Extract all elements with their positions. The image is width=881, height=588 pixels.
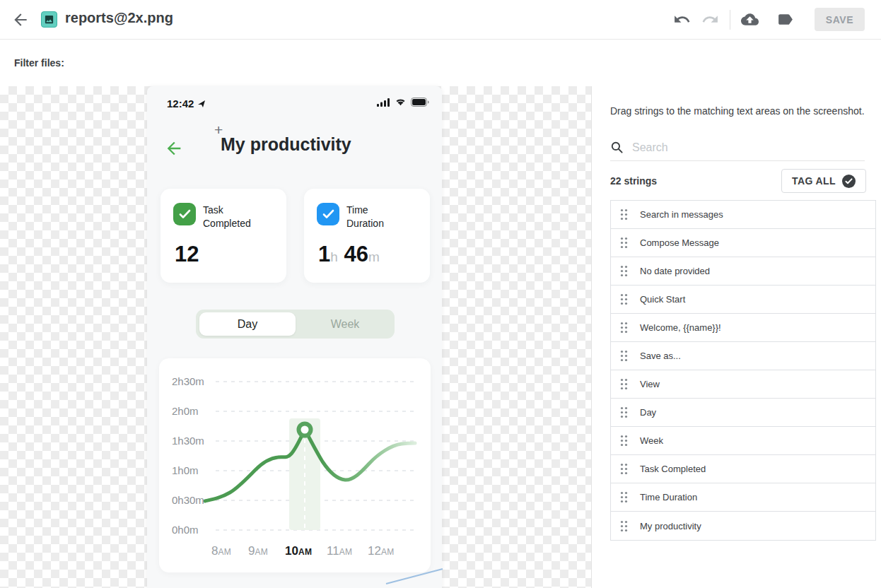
- string-row[interactable]: No date provided: [611, 257, 875, 286]
- y-tick: 1h0m: [172, 464, 214, 476]
- time-duration-value: 1h 46m: [318, 242, 380, 267]
- search-icon: [610, 141, 624, 154]
- string-text: Welcome, {{name}}!: [640, 322, 721, 333]
- search-field[interactable]: [610, 134, 865, 161]
- app-header: reports@2x.png SAVE: [0, 0, 881, 40]
- y-tick: 1h30m: [172, 435, 214, 447]
- phone-screenshot[interactable]: 12:42 + My productivity Task Completed 1…: [147, 86, 442, 588]
- drag-handle-icon[interactable]: [620, 406, 628, 418]
- check-icon: [173, 203, 196, 225]
- string-row[interactable]: Time Duration: [611, 483, 875, 512]
- drag-handle-icon[interactable]: [620, 520, 628, 532]
- drag-handle-icon[interactable]: [620, 208, 628, 220]
- drag-handle-icon[interactable]: [620, 350, 628, 362]
- back-icon[interactable]: [11, 11, 30, 29]
- x-tick-9am[interactable]: 9AM: [248, 544, 268, 558]
- strings-panel: Drag strings to the matching text areas …: [591, 86, 881, 588]
- save-button[interactable]: SAVE: [815, 8, 865, 31]
- y-tick: 0h0m: [172, 524, 214, 536]
- phone-screen-title: My productivity: [221, 134, 351, 155]
- undo-icon[interactable]: [673, 11, 691, 28]
- string-row[interactable]: Save as...: [611, 342, 875, 370]
- day-week-toggle: Day Week: [196, 310, 395, 339]
- string-row[interactable]: Welcome, {{name}}!: [611, 314, 875, 342]
- string-row[interactable]: Quick Start: [611, 286, 875, 314]
- tag-icon[interactable]: [776, 11, 794, 28]
- y-tick: 2h30m: [172, 375, 214, 387]
- string-row[interactable]: Day: [611, 399, 875, 427]
- search-input[interactable]: [632, 141, 865, 154]
- string-text: No date provided: [640, 266, 710, 276]
- string-text: Task Completed: [640, 464, 706, 474]
- task-completed-card: Task Completed 12: [161, 189, 286, 283]
- string-row[interactable]: Search in messages: [611, 201, 875, 229]
- filter-bar: Filter files: impact.xml STRINGS 0 CLEAR: [0, 40, 881, 86]
- peak-marker: [299, 424, 311, 436]
- x-tick-8am[interactable]: 8AM: [211, 544, 231, 558]
- x-tick-11am[interactable]: 11AM: [327, 544, 352, 558]
- battery-icon: [411, 98, 429, 107]
- time-duration-label: Time Duration: [346, 204, 384, 230]
- drag-handle-icon[interactable]: [620, 237, 628, 249]
- cloud-upload-icon[interactable]: [741, 11, 759, 28]
- string-text: Week: [640, 435, 663, 446]
- workspace: 12:42 + My productivity Task Completed 1…: [0, 86, 881, 588]
- string-row[interactable]: View: [611, 370, 875, 399]
- filter-files-label: Filter files:: [14, 57, 64, 69]
- strings-count-label: 22 strings: [610, 175, 657, 187]
- toggle-day[interactable]: Day: [199, 312, 296, 336]
- string-text: Day: [640, 407, 656, 418]
- phone-back-arrow-icon[interactable]: [164, 139, 184, 158]
- string-text: My productivity: [640, 521, 701, 531]
- drag-handle-icon[interactable]: [620, 491, 628, 503]
- drag-handle-icon[interactable]: [620, 435, 628, 447]
- y-tick: 2h0m: [172, 405, 214, 417]
- status-time: 12:42: [167, 98, 194, 110]
- task-completed-label: Task Completed: [203, 204, 251, 230]
- panel-instruction: Drag strings to the matching text areas …: [610, 105, 868, 117]
- string-text: View: [640, 379, 660, 389]
- page-title: reports@2x.png: [65, 10, 173, 26]
- decorative-blue-line: [385, 567, 444, 585]
- string-text: Compose Message: [640, 237, 719, 248]
- check-icon: [317, 203, 339, 225]
- drag-handle-icon[interactable]: [620, 378, 628, 390]
- string-row[interactable]: Task Completed: [611, 455, 875, 483]
- drag-handle-icon[interactable]: [620, 322, 628, 334]
- y-tick: 0h30m: [172, 494, 214, 506]
- string-list: Search in messages Compose Message No da…: [610, 200, 876, 541]
- divider: [730, 10, 730, 30]
- productivity-chart-card: 2h30m 2h0m 1h30m 1h0m 0h30m 0h0m 8AM 9AM…: [159, 358, 431, 572]
- string-text: Search in messages: [640, 209, 723, 220]
- string-row[interactable]: Compose Message: [611, 229, 875, 257]
- string-row[interactable]: My productivity: [611, 512, 875, 540]
- wifi-icon: [395, 98, 407, 107]
- drag-handle-icon[interactable]: [620, 463, 628, 475]
- string-text: Save as...: [640, 351, 681, 361]
- x-tick-12am[interactable]: 12AM: [368, 544, 395, 558]
- time-duration-card: Time Duration 1h 46m: [304, 189, 430, 283]
- toggle-week[interactable]: Week: [296, 310, 395, 339]
- location-arrow-icon: [197, 100, 206, 108]
- string-text: Quick Start: [640, 294, 685, 305]
- drag-handle-icon[interactable]: [620, 265, 628, 277]
- tag-all-button[interactable]: TAG ALL: [781, 169, 866, 193]
- phone-status-bar: 12:42: [147, 96, 442, 112]
- check-circle-icon: [842, 175, 856, 188]
- x-tick-10am[interactable]: 10AM: [285, 544, 312, 558]
- image-file-icon: [41, 11, 57, 28]
- drag-handle-icon[interactable]: [620, 293, 628, 305]
- string-text: Time Duration: [640, 492, 697, 502]
- redo-icon[interactable]: [701, 11, 719, 28]
- task-completed-value: 12: [175, 242, 199, 267]
- string-row[interactable]: Week: [611, 427, 875, 455]
- cell-signal-icon: [377, 98, 390, 107]
